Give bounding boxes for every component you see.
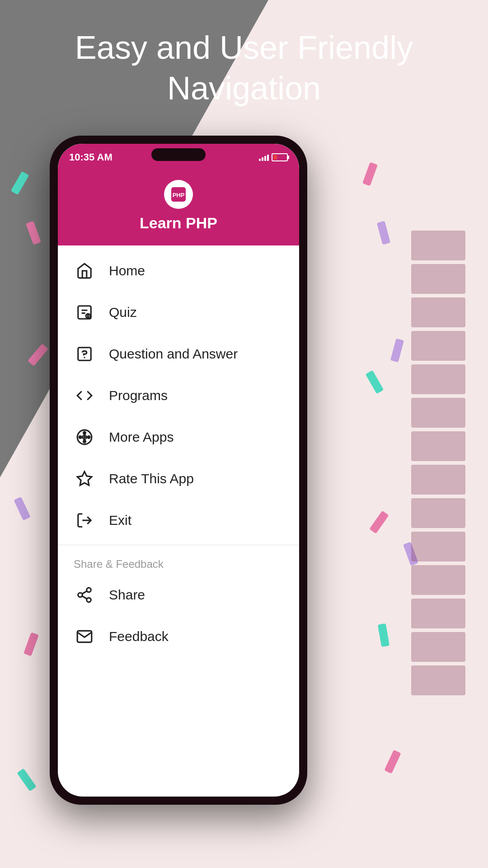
nav-item-more-apps[interactable]: More Apps (58, 416, 299, 458)
svg-point-13 (84, 432, 86, 434)
nav-label-exit: Exit (109, 513, 131, 528)
headline-line2: Navigation (36, 68, 452, 108)
nav-label-more-apps: More Apps (109, 429, 174, 445)
app-title: Learn PHP (140, 214, 217, 232)
nav-item-exit[interactable]: Exit (58, 500, 299, 541)
svg-point-19 (87, 598, 91, 602)
status-icons (259, 153, 288, 161)
quiz-icon: ! (74, 302, 95, 323)
nav-item-feedback[interactable]: Feedback (58, 616, 299, 657)
svg-point-11 (79, 436, 81, 439)
nav-label-quiz: Quiz (109, 305, 137, 320)
nav-label-home: Home (109, 263, 145, 278)
rate-icon (74, 468, 95, 490)
nav-label-share: Share (109, 587, 145, 603)
svg-text:PHP: PHP (173, 192, 185, 198)
svg-text:!: ! (88, 315, 89, 318)
status-time: 10:35 AM (69, 151, 113, 163)
headline: Easy and User Friendly Navigation (0, 27, 488, 108)
nav-item-qna[interactable]: Question and Answer (58, 333, 299, 375)
nav-label-feedback: Feedback (109, 629, 169, 644)
app-header: PHP Learn PHP (58, 171, 299, 245)
svg-point-17 (87, 588, 91, 592)
qna-icon (74, 343, 95, 365)
nav-item-rate-app[interactable]: Rate This App (58, 458, 299, 500)
nav-label-rate-app: Rate This App (109, 471, 194, 486)
phone-screen: 10:35 AM PHP (58, 144, 299, 797)
status-bar: 10:35 AM (58, 144, 299, 171)
svg-line-20 (82, 596, 87, 599)
headline-line1: Easy and User Friendly (36, 27, 452, 68)
more-apps-icon (74, 426, 95, 448)
svg-line-21 (82, 591, 87, 594)
phone-mockup: 10:35 AM PHP (50, 136, 307, 805)
exit-icon (74, 509, 95, 531)
nav-item-quiz[interactable]: ! Quiz (58, 292, 299, 333)
programs-icon (74, 385, 95, 406)
home-icon (74, 260, 95, 282)
feedback-icon (74, 626, 95, 647)
svg-point-12 (88, 436, 90, 439)
nav-divider (58, 545, 299, 545)
nav-menu: Home ! Quiz (58, 245, 299, 662)
signal-bars (259, 154, 269, 161)
nav-label-programs: Programs (109, 388, 168, 403)
battery-icon (272, 153, 288, 161)
svg-point-14 (84, 440, 86, 443)
section-label: Share & Feedback (58, 549, 299, 574)
right-decoration (411, 231, 465, 699)
notch-camera (151, 148, 206, 161)
nav-item-programs[interactable]: Programs (58, 375, 299, 416)
nav-label-qna: Question and Answer (109, 346, 238, 362)
share-icon (74, 584, 95, 606)
svg-marker-15 (77, 472, 92, 485)
svg-point-6 (84, 357, 85, 358)
app-logo: PHP (164, 180, 193, 209)
nav-item-share[interactable]: Share (58, 574, 299, 616)
nav-item-home[interactable]: Home (58, 250, 299, 292)
svg-point-18 (78, 593, 83, 597)
